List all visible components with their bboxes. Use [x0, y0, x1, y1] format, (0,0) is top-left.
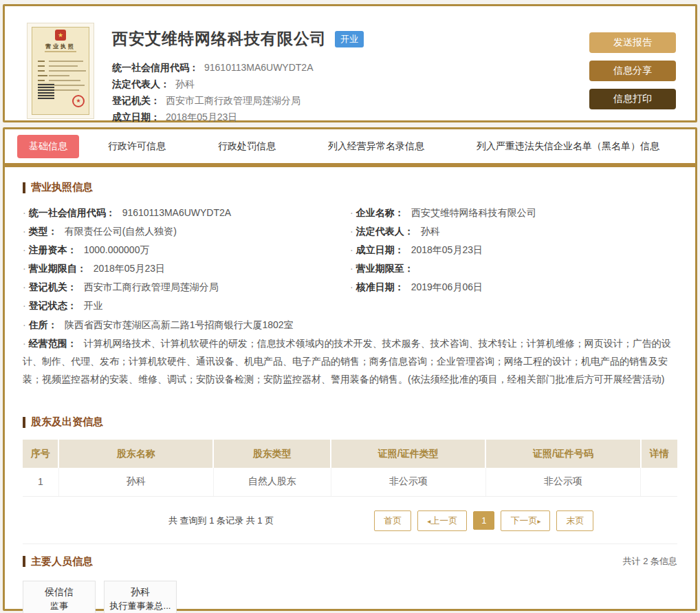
- tab-blacklist[interactable]: 列入严重违法失信企业名单（黑名单）信息: [450, 140, 686, 153]
- field-registered-capital: ·注册资本：1000.000000万: [23, 241, 350, 259]
- field-credit-code: ·统一社会信用代码：91610113MA6UWYDT2A: [23, 204, 350, 222]
- section-title: 营业执照信息: [31, 181, 93, 194]
- field-registry-office: ·登记机关：西安市工商行政管理局莲湖分局: [23, 278, 350, 297]
- shareholders-table: 序号 股东名称 股东类型 证照/证件类型 证照/证件号码 详情 1 孙科 自然人…: [23, 440, 677, 497]
- section-marker: [23, 556, 25, 567]
- field-founded-date: ·成立日期：2018年05月23日: [350, 241, 677, 259]
- main-content-card: 基础信息 行政许可信息 行政处罚信息 列入经营异常名录信息 列入严重违法失信企业…: [3, 127, 697, 611]
- tab-admin-penalty[interactable]: 行政处罚信息: [192, 140, 302, 153]
- qr-code: [38, 83, 54, 99]
- field-legal-rep: ·法定代表人：孙科: [350, 222, 677, 241]
- license-text-line: [38, 80, 45, 81]
- col-shareholder-type: 股东类型: [213, 440, 331, 468]
- print-info-button[interactable]: 信息打印: [589, 89, 676, 109]
- col-detail: 详情: [641, 440, 677, 468]
- send-report-button[interactable]: 发送报告: [589, 32, 676, 53]
- field-company-type: ·类型：有限责任公司(自然人独资): [23, 222, 350, 241]
- person-name: 孙科: [131, 585, 150, 599]
- share-info-button[interactable]: 信息分享: [589, 61, 676, 81]
- cell-detail: [641, 468, 677, 496]
- cell-shareholder-name: 孙科: [58, 468, 213, 496]
- col-index: 序号: [23, 440, 58, 468]
- field-address: ·住所：陕西省西安市莲湖区高新二路1号招商银行大厦1802室: [23, 316, 677, 334]
- pagination: 共 查询到 1 条记录 共 1 页 首页 ◂上一页 1 下一页▸ 末页: [23, 510, 677, 531]
- national-emblem-icon: ★: [55, 30, 66, 41]
- header-field-founded: 成立日期：2018年05月23日: [112, 109, 589, 125]
- license-title: 营业执照: [32, 43, 89, 50]
- person-name: 侯信信: [45, 585, 74, 599]
- pagination-summary: 共 查询到 1 条记录 共 1 页: [168, 515, 274, 527]
- field-term-to: ·营业期限至：: [350, 259, 677, 278]
- business-license-thumbnail: ★ 营业执照 ★: [27, 23, 94, 119]
- cell-cert-type: 非公示项: [331, 468, 485, 496]
- header-field-legal-rep: 法定代表人：孙科: [112, 76, 589, 92]
- current-page-button[interactable]: 1: [473, 511, 494, 530]
- license-text-line: [38, 61, 45, 62]
- col-cert-number: 证照/证件号码: [485, 440, 641, 468]
- section-divider: [23, 544, 677, 544]
- person-card[interactable]: 孙科 执行董事兼总...: [104, 581, 177, 613]
- section-license-info: 营业执照信息: [23, 181, 677, 194]
- field-approval-date: ·核准日期：2019年06月06日: [350, 278, 677, 297]
- section-title: 股东及出资信息: [31, 416, 103, 429]
- license-paper: ★ 营业执照 ★: [32, 27, 89, 115]
- tab-abnormal-list[interactable]: 列入经营异常名录信息: [302, 140, 450, 153]
- section-marker: [23, 417, 25, 428]
- next-arrow-icon: ▸: [537, 517, 540, 525]
- status-badge: 开业: [335, 31, 364, 47]
- cell-cert-number: 非公示项: [485, 468, 641, 496]
- section-key-personnel: 主要人员信息 共计 2 条信息: [23, 555, 677, 568]
- license-text-line: [38, 75, 47, 76]
- company-header-card: ★ 营业执照 ★ 西安艾维特网络科技有限公司 开业 统一社会信用代码：91610…: [3, 4, 697, 122]
- company-name: 西安艾维特网络科技有限公司: [112, 28, 327, 50]
- section-marker: [23, 182, 25, 193]
- section-shareholders: 股东及出资信息: [23, 416, 677, 429]
- personnel-count: 共计 2 条信息: [623, 555, 677, 568]
- table-row: 1 孙科 自然人股东 非公示项 非公示项: [23, 468, 677, 496]
- person-role: 执行董事兼总...: [110, 599, 171, 612]
- license-subtitle-line: [45, 51, 76, 52]
- header-field-registry: 登记机关：西安市工商行政管理局莲湖分局: [112, 92, 589, 109]
- company-summary: 西安艾维特网络科技有限公司 开业 统一社会信用代码：91610113MA6UWY…: [94, 23, 589, 125]
- next-page-button[interactable]: 下一页▸: [501, 510, 550, 531]
- tab-strip: 基础信息 行政许可信息 行政处罚信息 列入经营异常名录信息 列入严重违法失信企业…: [5, 129, 695, 163]
- field-registry-status: ·登记状态：开业: [23, 297, 350, 315]
- field-company-name: ·企业名称：西安艾维特网络科技有限公司: [350, 204, 677, 222]
- person-card[interactable]: 侯信信 监事: [23, 581, 96, 613]
- license-text-line: [38, 65, 45, 67]
- tab-basic-info[interactable]: 基础信息: [17, 135, 79, 158]
- col-shareholder-name: 股东名称: [58, 440, 213, 468]
- first-page-button[interactable]: 首页: [374, 510, 411, 531]
- col-cert-type: 证照/证件类型: [331, 440, 485, 468]
- prev-page-button[interactable]: ◂上一页: [417, 510, 467, 531]
- section-title: 主要人员信息: [31, 555, 93, 568]
- person-role: 监事: [50, 599, 68, 612]
- tab-admin-license[interactable]: 行政许可信息: [82, 140, 192, 153]
- header-field-credit-code: 统一社会信用代码：91610113MA6UWYDT2A: [112, 59, 589, 76]
- cell-index: 1: [23, 468, 58, 496]
- last-page-button[interactable]: 末页: [556, 510, 593, 531]
- cell-shareholder-type: 自然人股东: [213, 468, 331, 496]
- license-text-line: [38, 70, 45, 72]
- table-header-row: 序号 股东名称 股东类型 证照/证件类型 证照/证件号码 详情: [23, 440, 677, 468]
- field-business-scope: ·经营范围：计算机网络技术、计算机软硬件的研发；信息技术领域内的技术开发、技术服…: [23, 334, 677, 388]
- red-seal-icon: ★: [72, 95, 85, 107]
- field-term-from: ·营业期限自：2018年05月23日: [23, 259, 350, 278]
